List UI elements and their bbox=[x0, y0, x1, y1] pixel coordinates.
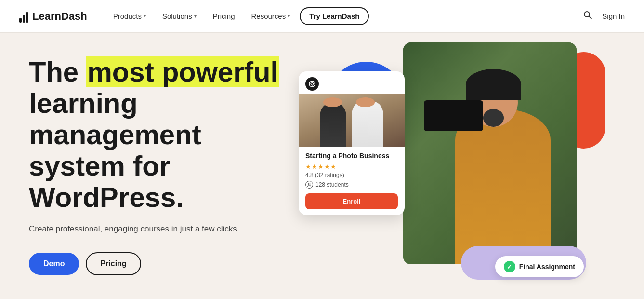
nav-try-learndash[interactable]: Try LearnDash bbox=[300, 7, 369, 25]
navbar: LearnDash Products ▾ Solutions ▾ Pricing… bbox=[0, 0, 644, 33]
hero-photo-person bbox=[403, 42, 577, 264]
chevron-down-icon: ▾ bbox=[194, 14, 197, 19]
demo-button[interactable]: Demo bbox=[29, 253, 79, 275]
assignment-badge: ✓ Final Assignment bbox=[495, 256, 584, 277]
nav-item-resources[interactable]: Resources ▾ bbox=[245, 8, 297, 24]
card-logo-icon bbox=[305, 77, 319, 91]
svg-point-8 bbox=[308, 183, 310, 185]
signin-link[interactable]: Sign In bbox=[602, 12, 625, 20]
logo-text: LearnDash bbox=[32, 10, 87, 23]
svg-point-3 bbox=[311, 83, 314, 85]
check-icon: ✓ bbox=[504, 261, 515, 272]
course-card: Starting a Photo Business ★★★★★ 4.8 (32 … bbox=[299, 71, 405, 215]
students-count: 128 students bbox=[315, 181, 349, 188]
photo-background bbox=[403, 42, 577, 264]
nav-item-pricing[interactable]: Pricing bbox=[206, 8, 242, 24]
nav-links: Products ▾ Solutions ▾ Pricing Resources… bbox=[106, 7, 583, 25]
hero-buttons: Demo Pricing bbox=[29, 252, 279, 275]
svg-line-1 bbox=[589, 16, 592, 19]
nav-item-products[interactable]: Products ▾ bbox=[106, 8, 153, 24]
assignment-label: Final Assignment bbox=[519, 263, 575, 271]
course-title: Starting a Photo Business bbox=[305, 151, 398, 160]
course-students-row: 128 students bbox=[305, 181, 398, 189]
students-icon bbox=[305, 181, 313, 189]
logo[interactable]: LearnDash bbox=[19, 10, 87, 23]
hero-right: Starting a Photo Business ★★★★★ 4.8 (32 … bbox=[279, 33, 615, 299]
logo-icon bbox=[19, 10, 28, 23]
chevron-down-icon: ▾ bbox=[288, 14, 290, 19]
card-header bbox=[299, 71, 405, 94]
course-stars: ★★★★★ bbox=[305, 163, 398, 170]
card-body: Starting a Photo Business ★★★★★ 4.8 (32 … bbox=[299, 147, 405, 215]
nav-right: Sign In bbox=[583, 10, 625, 22]
card-thumbnail bbox=[299, 94, 405, 147]
search-icon[interactable] bbox=[583, 10, 592, 22]
nav-item-solutions[interactable]: Solutions ▾ bbox=[156, 8, 203, 24]
course-rating: 4.8 (32 ratings) bbox=[305, 172, 398, 178]
pricing-button[interactable]: Pricing bbox=[86, 252, 141, 275]
hero-section: The most powerful learning management sy… bbox=[0, 33, 644, 299]
chevron-down-icon: ▾ bbox=[144, 14, 146, 19]
enroll-button[interactable]: Enroll bbox=[305, 193, 398, 209]
hero-left: The most powerful learning management sy… bbox=[29, 56, 279, 275]
hero-subtitle: Create professional, engaging courses in… bbox=[29, 223, 279, 235]
hero-title: The most powerful learning management sy… bbox=[29, 56, 279, 213]
